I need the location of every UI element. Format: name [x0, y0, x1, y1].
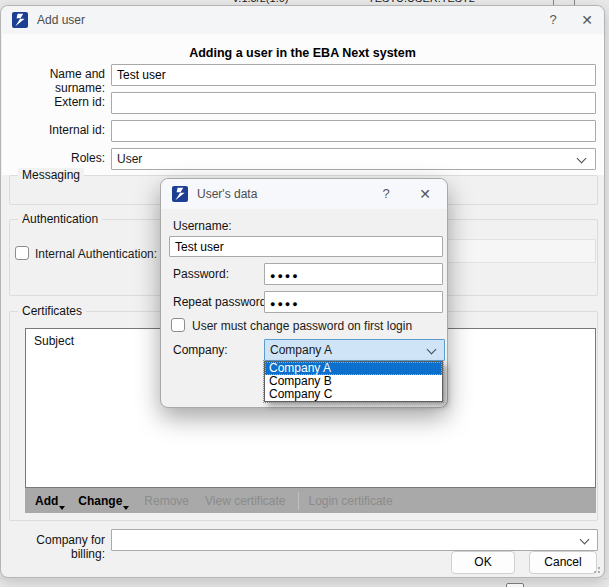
billing-combobox[interactable]: [111, 529, 598, 551]
dialog-heading: Adding a user in the EBA Next system: [1, 46, 604, 60]
eba-logo-icon: [172, 186, 188, 202]
dropdown-arrow-icon: [123, 506, 129, 510]
remove-certificate-button[interactable]: Remove: [144, 494, 189, 508]
repeat-password-input[interactable]: ●●●●: [264, 291, 443, 313]
internal-auth-checkbox[interactable]: [15, 246, 29, 260]
internal-id-label: Internal id:: [1, 123, 105, 137]
name-surname-input[interactable]: Test user: [111, 64, 596, 86]
dropdown-arrow-icon: [59, 506, 65, 510]
add-user-title: Add user: [37, 13, 85, 27]
close-icon[interactable]: ✕: [413, 184, 437, 204]
eba-logo-icon: [12, 12, 28, 28]
certificates-group-label: Certificates: [18, 304, 86, 318]
must-change-password-checkbox[interactable]: [171, 318, 185, 332]
username-label: Username:: [173, 219, 232, 233]
users-data-titlebar[interactable]: User's data ? ✕: [161, 179, 447, 209]
must-change-password-label: User must change password on first login: [192, 319, 412, 333]
company-dropdown-list: Company A Company B Company C: [264, 361, 443, 402]
extern-id-label: Extern id:: [1, 95, 105, 109]
background-text-fragment: V.1.3/2(1.0): [232, 0, 288, 4]
certificates-list-header: Subject: [34, 334, 74, 348]
dropdown-option[interactable]: Company C: [265, 388, 442, 401]
password-label: Password:: [173, 267, 229, 281]
add-certificate-button[interactable]: Add: [35, 494, 58, 508]
company-label: Company:: [173, 343, 228, 357]
certificates-toolbar: Add Change Remove View certificate Login…: [25, 488, 596, 513]
users-data-dialog: User's data ? ✕ Username: Test user Pass…: [160, 178, 448, 408]
internal-id-input[interactable]: [111, 120, 596, 142]
help-button[interactable]: ?: [541, 10, 565, 30]
cancel-button[interactable]: Cancel: [529, 551, 597, 574]
add-user-titlebar[interactable]: Add user ? ✕: [1, 6, 604, 34]
messaging-group-label: Messaging: [18, 168, 84, 182]
dropdown-option[interactable]: Company B: [265, 375, 442, 388]
view-certificate-button[interactable]: View certificate: [205, 494, 285, 508]
username-input[interactable]: Test user: [169, 236, 443, 257]
background-text-fragment: TESTU.USER.TEST2: [368, 0, 475, 4]
background-window-bottom-strip: [0, 578, 609, 587]
change-certificate-button[interactable]: Change: [78, 494, 122, 508]
authentication-group-label: Authentication: [18, 212, 102, 226]
dropdown-option[interactable]: Company A: [265, 362, 442, 375]
repeat-password-label: Repeat password:: [173, 295, 270, 309]
change-certificate-label: Change: [78, 494, 122, 508]
add-certificate-label: Add: [35, 494, 58, 508]
login-certificate-button[interactable]: Login certificate: [309, 494, 393, 508]
company-combobox[interactable]: Company A: [264, 339, 445, 361]
help-button[interactable]: ?: [374, 184, 398, 204]
close-icon[interactable]: ✕: [575, 10, 599, 30]
company-value: Company A: [270, 343, 332, 357]
password-input[interactable]: ●●●●: [264, 263, 443, 285]
name-surname-label: Name and surname:: [1, 67, 105, 95]
background-control-fragment: [506, 583, 524, 587]
ok-button[interactable]: OK: [451, 551, 515, 574]
roles-label: Roles:: [1, 151, 105, 165]
internal-auth-label: Internal Authentication:: [35, 247, 157, 261]
users-data-title: User's data: [197, 187, 257, 201]
toolbar-separator: [298, 492, 299, 510]
roles-value: User: [117, 152, 142, 166]
roles-combobox[interactable]: User: [111, 148, 596, 170]
billing-label: Company for billing:: [1, 533, 105, 561]
extern-id-input[interactable]: [111, 92, 596, 114]
screen: V.1.3/2(1.0) TESTU.USER.TEST2 Add user ?…: [0, 0, 609, 587]
resize-grip[interactable]: [592, 565, 600, 573]
